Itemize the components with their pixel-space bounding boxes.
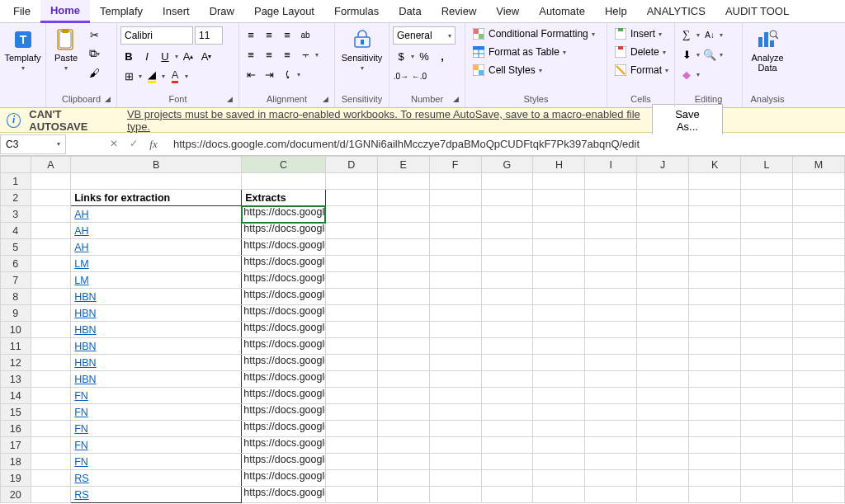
cell[interactable] [793, 421, 845, 437]
cell[interactable] [325, 256, 377, 272]
cell[interactable] [481, 487, 533, 503]
row-header[interactable]: 13 [1, 371, 31, 388]
font-dialog-launcher[interactable]: ◢ [227, 95, 237, 105]
cell[interactable] [481, 404, 533, 421]
spreadsheet-grid[interactable]: ABCDEFGHIJKLM 12Links for extractionExtr… [0, 156, 845, 504]
font-name-select[interactable] [120, 26, 193, 45]
cell[interactable] [429, 454, 481, 470]
name-box[interactable]: C3▾ [0, 134, 66, 154]
cell[interactable] [429, 173, 481, 190]
cell[interactable] [31, 289, 71, 305]
cell[interactable] [689, 256, 741, 272]
cell[interactable] [793, 388, 845, 404]
cell[interactable] [429, 404, 481, 421]
cell[interactable] [325, 239, 377, 256]
cell[interactable] [585, 190, 637, 206]
cell[interactable] [793, 256, 845, 272]
cell[interactable] [533, 190, 585, 206]
link-cell[interactable]: HBN [71, 371, 242, 388]
cell[interactable] [533, 289, 585, 305]
cell[interactable] [689, 305, 741, 322]
cell[interactable] [741, 289, 793, 305]
cell[interactable] [585, 223, 637, 239]
cell[interactable] [533, 322, 585, 338]
cell[interactable] [585, 470, 637, 487]
conditional-formatting-button[interactable]: Conditional Formatting▾ [469, 26, 598, 41]
link-cell[interactable]: LM [71, 256, 242, 272]
cell[interactable] [481, 338, 533, 355]
tab-file[interactable]: File [3, 1, 40, 21]
cell[interactable] [481, 322, 533, 338]
cell[interactable] [533, 487, 585, 503]
cell[interactable] [533, 421, 585, 437]
row-header[interactable]: 10 [1, 322, 31, 338]
wrap-text-button[interactable]: ab [297, 26, 314, 43]
column-header-B[interactable]: B [71, 157, 242, 173]
increase-indent-button[interactable]: ⇥ [261, 66, 277, 82]
cell[interactable] [741, 404, 793, 421]
cell[interactable] [689, 239, 741, 256]
increase-font-button[interactable]: A▴ [180, 48, 196, 64]
cell[interactable] [689, 388, 741, 404]
cell[interactable] [481, 190, 533, 206]
cell[interactable] [741, 470, 793, 487]
cell[interactable] [31, 421, 71, 437]
cell[interactable] [637, 371, 689, 388]
cell[interactable] [481, 272, 533, 289]
link-cell[interactable]: AH [71, 223, 242, 239]
link-cell[interactable]: HBN [71, 305, 242, 322]
cell[interactable] [533, 173, 585, 190]
cell[interactable] [31, 256, 71, 272]
cell[interactable] [741, 388, 793, 404]
cell[interactable] [689, 338, 741, 355]
row-header[interactable]: 6 [1, 256, 31, 272]
row-header[interactable]: 19 [1, 470, 31, 487]
cancel-formula-button[interactable]: ✕ [107, 138, 120, 151]
autosave-message[interactable]: VB projects must be saved in macro-enabl… [127, 108, 644, 133]
cell[interactable] [689, 289, 741, 305]
cell[interactable] [585, 487, 637, 503]
format-painter-button[interactable]: 🖌 [86, 64, 102, 81]
cell[interactable] [793, 289, 845, 305]
cell[interactable] [325, 421, 377, 437]
cell[interactable] [481, 421, 533, 437]
cell[interactable] [793, 239, 845, 256]
cell[interactable] [741, 206, 793, 223]
cell[interactable] [585, 322, 637, 338]
row-header[interactable]: 20 [1, 487, 31, 503]
cell[interactable] [793, 305, 845, 322]
cell[interactable] [637, 239, 689, 256]
row-header[interactable]: 12 [1, 355, 31, 371]
paste-button[interactable]: Paste ▾ [50, 26, 83, 73]
tab-help[interactable]: Help [595, 1, 637, 21]
row-header[interactable]: 5 [1, 239, 31, 256]
delete-cells-button[interactable]: Delete▾ [611, 45, 672, 59]
extract-cell[interactable]: https://docs.google.com/document/d/1GNNi… [242, 437, 325, 454]
cell[interactable] [377, 190, 429, 206]
cell[interactable] [31, 223, 71, 239]
cell[interactable] [585, 206, 637, 223]
cell[interactable] [533, 272, 585, 289]
cell[interactable] [377, 322, 429, 338]
cell[interactable] [533, 404, 585, 421]
cell[interactable] [31, 355, 71, 371]
cell[interactable] [377, 239, 429, 256]
align-left-button[interactable]: ≡ [243, 46, 259, 63]
cell[interactable] [637, 421, 689, 437]
font-color-button[interactable]: A [167, 68, 183, 84]
select-all-corner[interactable] [1, 157, 31, 173]
cell[interactable] [793, 437, 845, 454]
link-cell[interactable]: HBN [71, 338, 242, 355]
number-dialog-launcher[interactable]: ◢ [453, 95, 463, 105]
tab-draw[interactable]: Draw [200, 1, 244, 21]
cell[interactable] [637, 289, 689, 305]
cell[interactable] [481, 223, 533, 239]
extract-cell[interactable]: https://docs.google.com/document/d/1GNNi… [242, 371, 325, 388]
cell[interactable] [31, 239, 71, 256]
italic-button[interactable]: I [139, 48, 155, 64]
cell[interactable] [325, 305, 377, 322]
cell[interactable] [533, 388, 585, 404]
tab-view[interactable]: View [486, 1, 529, 21]
cell[interactable] [429, 289, 481, 305]
format-as-table-button[interactable]: Format as Table▾ [469, 45, 598, 59]
